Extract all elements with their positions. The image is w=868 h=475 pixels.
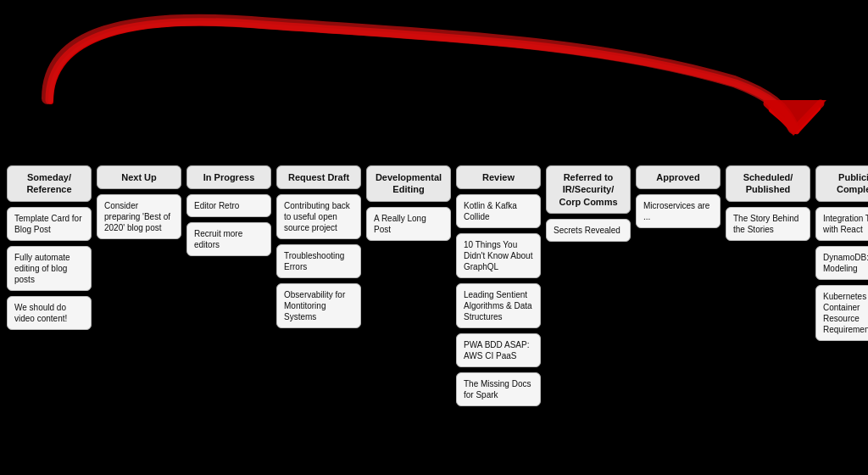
column-header-someday[interactable]: Someday/ Reference: [7, 165, 92, 202]
column-publicity: Publicity CompleteIntegration Testing wi…: [815, 165, 868, 341]
card[interactable]: Kubernetes Container Resource Requiremen…: [815, 285, 868, 341]
card[interactable]: The Missing Docs for Spark: [456, 372, 541, 406]
card[interactable]: Troubleshooting Errors: [276, 244, 361, 278]
card[interactable]: Leading Sentient Algorithms & Data Struc…: [456, 283, 541, 328]
column-referred: Referred to IR/Security/ Corp CommsSecre…: [546, 165, 631, 242]
column-approved: ApprovedMicroservices are ...: [636, 165, 721, 228]
card[interactable]: Microservices are ...: [636, 194, 721, 228]
card[interactable]: Kotlin & Kafka Collide: [456, 194, 541, 228]
column-header-referred[interactable]: Referred to IR/Security/ Corp Comms: [546, 165, 631, 214]
kanban-board[interactable]: Someday/ ReferenceTemplate Card for Blog…: [0, 0, 868, 475]
column-header-in-progress[interactable]: In Progress: [186, 165, 271, 189]
column-next-up: Next UpConsider preparing 'Best of 2020'…: [97, 165, 181, 239]
column-request-draft: Request DraftContributing back to useful…: [276, 165, 361, 328]
column-in-progress: In ProgressEditor RetroRecruit more edit…: [186, 165, 271, 256]
card[interactable]: Secrets Revealed: [546, 219, 631, 242]
card[interactable]: Fully automate editing of blog posts: [7, 246, 92, 291]
column-header-scheduled[interactable]: Scheduled/ Published: [726, 165, 810, 202]
card[interactable]: Recruit more editors: [186, 222, 271, 256]
column-header-publicity[interactable]: Publicity Complete: [815, 165, 868, 202]
column-header-approved[interactable]: Approved: [636, 165, 721, 189]
card[interactable]: PWA BDD ASAP: AWS CI PaaS: [456, 333, 541, 367]
card[interactable]: Template Card for Blog Post: [7, 207, 92, 241]
card[interactable]: We should do video content!: [7, 296, 92, 330]
card[interactable]: 10 Things You Didn't Know About GraphQL: [456, 233, 541, 278]
column-header-developmental-editing[interactable]: Developmental Editing: [366, 165, 451, 202]
card[interactable]: Contributing back to useful open source …: [276, 194, 361, 239]
card[interactable]: A Really Long Post: [366, 207, 451, 241]
column-header-review[interactable]: Review: [456, 165, 541, 189]
column-someday: Someday/ ReferenceTemplate Card for Blog…: [7, 165, 92, 330]
column-header-request-draft[interactable]: Request Draft: [276, 165, 361, 189]
column-review: ReviewKotlin & Kafka Collide10 Things Yo…: [456, 165, 541, 406]
card[interactable]: Editor Retro: [186, 194, 271, 217]
columns-container: Someday/ ReferenceTemplate Card for Blog…: [0, 0, 868, 413]
card[interactable]: Consider preparing 'Best of 2020' blog p…: [97, 194, 181, 239]
card[interactable]: The Story Behind the Stories: [726, 207, 810, 241]
column-developmental-editing: Developmental EditingA Really Long Post: [366, 165, 451, 241]
card[interactable]: Observability for Montitoring Systems: [276, 283, 361, 328]
card[interactable]: DynamoDB: Data Modeling: [815, 246, 868, 280]
column-scheduled: Scheduled/ PublishedThe Story Behind the…: [726, 165, 810, 241]
card[interactable]: Integration Testing with React: [815, 207, 868, 241]
column-header-next-up[interactable]: Next Up: [97, 165, 181, 189]
